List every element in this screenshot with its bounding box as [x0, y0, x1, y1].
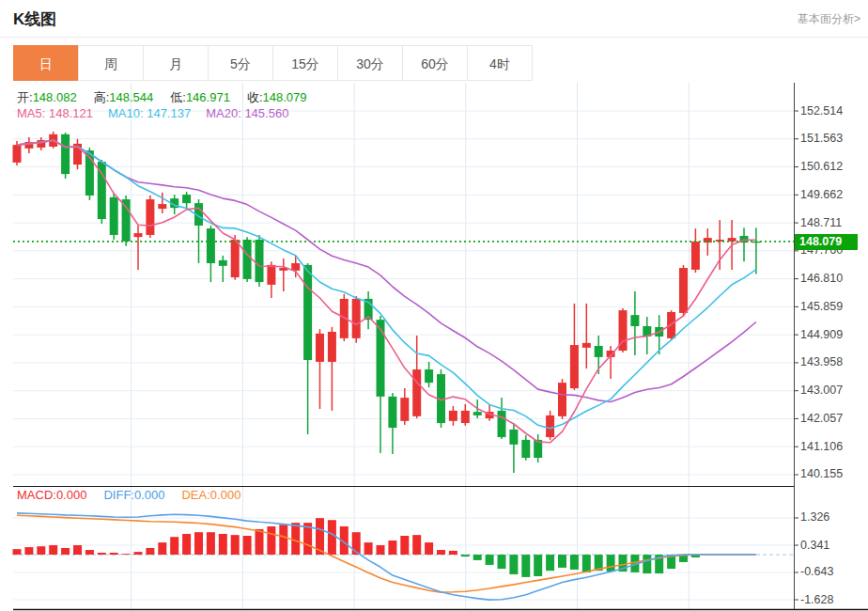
macd-histogram-bar — [98, 553, 106, 555]
tab-interval-周[interactable]: 周 — [78, 45, 144, 81]
macd-histogram-bar — [49, 545, 57, 555]
low-label: 低: — [170, 90, 186, 104]
candle-body — [352, 299, 361, 338]
candle-body — [303, 265, 312, 360]
ma5-value: 148.121 — [49, 106, 93, 120]
macd-histogram-bar — [256, 529, 264, 555]
ma5-label: MA5: — [17, 106, 45, 120]
price-axis-label: 146.810 — [800, 272, 843, 285]
low-value: 146.971 — [186, 90, 230, 104]
candle-body — [231, 240, 240, 277]
macd-histogram-bar — [412, 535, 421, 555]
price-axis-label: 151.563 — [800, 132, 843, 145]
macd-histogram-bar — [61, 548, 70, 555]
open-value: 148.082 — [33, 90, 77, 104]
price-axis-label: 141.106 — [800, 440, 843, 453]
macd-histogram-bar — [509, 555, 518, 574]
macd-axis-label: 1.326 — [800, 510, 829, 524]
candle-body — [449, 411, 457, 421]
price-axis-label: 152.514 — [800, 104, 843, 118]
candle-body — [473, 412, 482, 415]
macd-histogram-bar — [13, 549, 22, 555]
macd-axis-label: 0.341 — [800, 539, 829, 552]
macd-histogram-bar — [207, 532, 215, 555]
macd-histogram-bar — [364, 542, 373, 555]
macd-histogram-bar — [607, 555, 615, 572]
ma20-value: 145.560 — [244, 106, 288, 120]
open-label: 开: — [17, 90, 33, 104]
macd-histogram-bar — [73, 545, 82, 555]
candle-body — [595, 346, 603, 357]
high-label: 高: — [94, 90, 110, 104]
ma10-label: MA10: — [108, 106, 144, 120]
page-title: K线图 — [13, 8, 56, 30]
tab-interval-30分[interactable]: 30分 — [337, 45, 403, 81]
candle-body — [158, 204, 166, 209]
price-axis-label: 143.958 — [800, 355, 843, 368]
current-price-tag: 148.079 — [795, 234, 858, 250]
macd-histogram-bar — [243, 536, 252, 555]
macd-value: 0.000 — [56, 488, 87, 502]
macd-histogram-bar — [521, 555, 530, 577]
candle-body — [256, 240, 264, 282]
ma-row: MA5: 148.121MA10: 147.137MA20: 145.560 — [17, 106, 288, 120]
ma10-line — [17, 140, 756, 429]
candle-body — [122, 199, 131, 242]
candle-body — [691, 242, 700, 270]
candle-body — [570, 345, 579, 388]
price-axis-label: 148.711 — [800, 216, 842, 229]
page-header: K线图 基本面分析> — [0, 0, 868, 38]
macd-histogram-bar — [85, 550, 94, 555]
interval-tabbar: 日周月5分15分30分60分4时 — [13, 45, 533, 81]
candle-body — [182, 195, 191, 203]
fundamental-analysis-link[interactable]: 基本面分析> — [798, 11, 860, 27]
price-axis-label: 142.057 — [800, 412, 843, 425]
tab-interval-5分[interactable]: 5分 — [208, 45, 273, 81]
ma10-value: 147.137 — [147, 106, 191, 120]
macd-histogram-bar — [122, 554, 131, 555]
macd-histogram-bar — [546, 555, 554, 571]
diff-label: DIFF: — [103, 488, 134, 502]
price-axis-label: 149.662 — [800, 188, 843, 201]
macd-histogram-bar — [425, 542, 433, 555]
macd-histogram-bar — [643, 555, 651, 573]
candle-body — [509, 430, 518, 445]
price-axis-label: 140.155 — [800, 467, 843, 480]
candle-body — [134, 233, 143, 237]
macd-histogram-bar — [388, 540, 396, 555]
tab-interval-60分[interactable]: 60分 — [402, 45, 468, 81]
dea-value: 0.000 — [210, 488, 241, 502]
candle-body — [388, 397, 396, 428]
candle-body — [498, 411, 506, 437]
candle-body — [219, 260, 227, 266]
candle-body — [377, 320, 385, 397]
candle-body — [316, 334, 324, 362]
macd-histogram-bar — [134, 552, 143, 555]
tab-interval-日[interactable]: 日 — [13, 45, 79, 81]
price-axis-label: 145.859 — [800, 300, 843, 313]
macd-histogram-bar — [182, 534, 191, 555]
candle-body — [546, 415, 554, 437]
macd-histogram-bar — [437, 550, 445, 555]
macd-histogram-bar — [158, 542, 166, 555]
macd-histogram-bar — [534, 555, 542, 576]
tab-interval-15分[interactable]: 15分 — [272, 45, 338, 81]
tab-interval-4时[interactable]: 4时 — [467, 45, 533, 81]
macd-histogram-bar — [473, 555, 482, 560]
price-axis-label: 150.612 — [800, 160, 843, 173]
dea-label: DEA: — [181, 488, 209, 502]
macd-histogram-bar — [498, 555, 506, 569]
candle-body — [267, 265, 275, 285]
diff-value: 0.000 — [134, 488, 165, 502]
candle-body — [13, 145, 22, 163]
macd-axis-label: -1.628 — [800, 593, 833, 606]
macd-indicator-row: MACD:0.000DIFF:0.000DEA:0.000 — [17, 488, 240, 502]
price-axis-label: 143.007 — [800, 384, 843, 397]
close-value: 148.079 — [263, 90, 307, 104]
macd-histogram-bar — [219, 534, 227, 555]
macd-histogram-bar — [267, 526, 275, 555]
tab-interval-月[interactable]: 月 — [143, 45, 209, 81]
macd-histogram-bar — [400, 536, 409, 555]
high-value: 148.544 — [109, 90, 153, 104]
candle-body — [291, 263, 300, 271]
